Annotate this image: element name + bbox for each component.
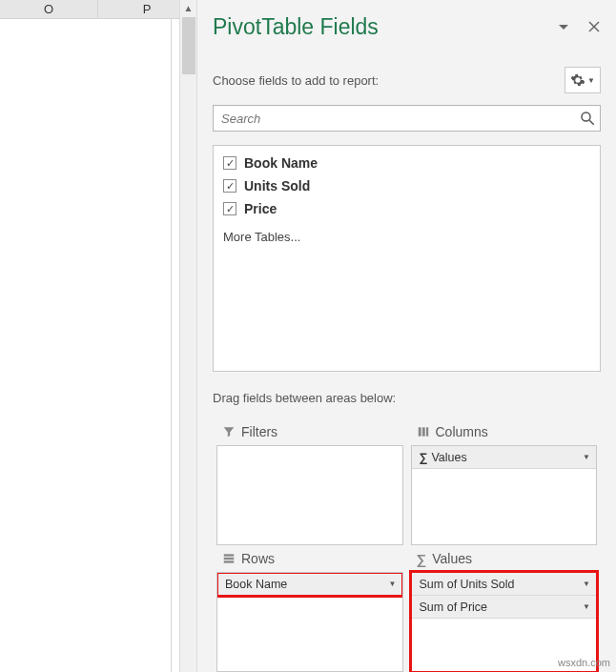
filters-label: Filters [241, 424, 277, 439]
area-item[interactable]: Book Name ▼ [217, 573, 402, 596]
sigma-icon: ∑ [420, 451, 428, 464]
filters-area: Filters [213, 418, 407, 545]
scroll-thumb[interactable] [182, 17, 195, 74]
chevron-down-icon: ▼ [587, 76, 595, 85]
svg-line-4 [589, 120, 594, 125]
svg-rect-7 [425, 427, 427, 436]
watermark: wsxdn.com [558, 657, 610, 668]
filters-drop-zone[interactable] [216, 445, 403, 545]
tools-button[interactable]: ▼ [565, 67, 601, 93]
field-row[interactable]: ✓ Book Name [223, 152, 590, 174]
pane-title: PivotTable Fields [213, 14, 379, 40]
columns-icon [417, 425, 430, 438]
filter-icon [222, 425, 236, 438]
vertical-scrollbar[interactable]: ▲ [179, 0, 196, 672]
area-item[interactable]: ∑ Values ▼ [412, 446, 597, 469]
column-header-o[interactable]: O [0, 0, 98, 18]
search-field[interactable] [213, 105, 601, 132]
area-item[interactable]: Sum of Units Sold ▼ [412, 573, 597, 596]
svg-rect-8 [224, 554, 235, 556]
pane-options-icon[interactable] [557, 20, 570, 33]
sigma-icon: ∑ [417, 551, 427, 567]
checkbox-checked-icon[interactable]: ✓ [223, 156, 236, 170]
columns-label: Columns [436, 424, 488, 439]
checkbox-checked-icon[interactable]: ✓ [223, 202, 236, 215]
svg-rect-6 [421, 427, 424, 436]
grid-body[interactable] [0, 19, 172, 672]
columns-area: Columns ∑ Values ▼ [407, 418, 602, 545]
columns-drop-zone[interactable]: ∑ Values ▼ [411, 445, 598, 545]
field-label: Units Sold [244, 178, 310, 193]
field-label: Book Name [244, 155, 318, 171]
rows-icon [222, 552, 236, 565]
rows-area: Rows Book Name ▼ [213, 545, 407, 672]
search-icon [579, 110, 596, 127]
fields-list: ✓ Book Name ✓ Units Sold ✓ Price More Ta… [213, 145, 601, 372]
drag-instructions-label: Drag fields between areas below: [213, 391, 601, 405]
pivottable-fields-pane: PivotTable Fields Choose fields to add t… [196, 0, 616, 672]
area-item-label: Sum of Units Sold [420, 578, 584, 591]
values-label: Values [432, 551, 472, 566]
search-input[interactable] [214, 106, 573, 131]
more-tables-link[interactable]: More Tables... [223, 230, 590, 244]
svg-marker-0 [559, 25, 568, 30]
checkbox-checked-icon[interactable]: ✓ [223, 179, 236, 193]
chevron-down-icon: ▼ [583, 580, 590, 588]
field-row[interactable]: ✓ Units Sold [223, 174, 590, 197]
svg-rect-10 [224, 560, 235, 562]
close-icon[interactable] [587, 20, 601, 33]
values-area: ∑ Values Sum of Units Sold ▼ Sum of Pric… [407, 545, 602, 672]
chevron-down-icon: ▼ [389, 580, 397, 588]
field-label: Price [244, 201, 277, 216]
rows-label: Rows [241, 551, 275, 566]
svg-rect-9 [224, 558, 235, 560]
chevron-down-icon: ▼ [583, 453, 590, 461]
area-item-label: Book Name [225, 578, 389, 591]
choose-fields-label: Choose fields to add to report: [213, 73, 379, 88]
svg-point-3 [582, 112, 590, 121]
gear-icon [570, 72, 585, 88]
area-item-label: Values [431, 451, 583, 464]
worksheet-area[interactable]: O P ▲ [0, 0, 196, 672]
area-item[interactable]: Sum of Price ▼ [412, 596, 597, 619]
chevron-down-icon: ▼ [583, 602, 590, 611]
svg-rect-5 [418, 427, 421, 436]
field-row[interactable]: ✓ Price [223, 197, 590, 220]
scroll-up-button[interactable]: ▲ [180, 0, 196, 17]
rows-drop-zone[interactable]: Book Name ▼ [216, 572, 403, 672]
column-headers: O P [0, 0, 196, 19]
area-item-label: Sum of Price [420, 601, 584, 614]
